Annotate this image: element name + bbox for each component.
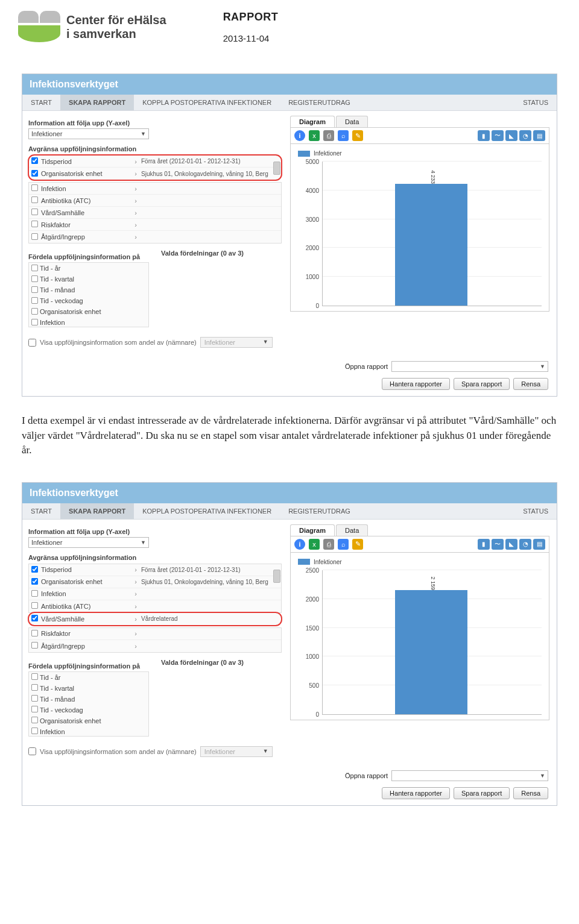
zoom-icon[interactable]: ⌕: [338, 539, 349, 550]
footer-controls: Öppna rapport ▼: [22, 355, 557, 378]
expand-icon[interactable]: ›: [130, 603, 141, 610]
open-report-select[interactable]: ▼: [391, 361, 548, 372]
nav-koppla[interactable]: KOPPLA POSTOPERATIVA INFEKTIONER: [134, 95, 280, 110]
clear-button[interactable]: Rensa: [513, 378, 548, 390]
tab-data[interactable]: Data: [336, 116, 368, 127]
expand-icon[interactable]: ›: [130, 578, 141, 585]
tab-diagram[interactable]: Diagram: [290, 524, 335, 536]
filter-tidsperiod-label: Tidsperiod: [40, 566, 130, 573]
chart-line-icon[interactable]: 〜: [492, 130, 504, 141]
checkbox-infektion[interactable]: [29, 589, 40, 599]
bar-infektioner: 2 159: [395, 590, 467, 714]
scrollbar-thumb[interactable]: [273, 162, 280, 175]
filter-riskfaktor-label: Riskfaktor: [40, 630, 130, 637]
save-report-button[interactable]: Spara rapport: [454, 787, 510, 799]
fordela-list[interactable]: Tid - år Tid - kvartal Tid - månad Tid -…: [28, 262, 149, 327]
expand-icon[interactable]: ›: [130, 170, 141, 177]
checkbox-orgenhet[interactable]: [29, 169, 40, 178]
expand-icon[interactable]: ›: [130, 185, 141, 192]
nav-status[interactable]: STATUS: [514, 503, 557, 519]
chevron-down-icon: ▼: [141, 539, 146, 545]
checkbox-atgard[interactable]: [29, 641, 40, 650]
nav-bar: START SKAPA RAPPORT KOPPLA POSTOPERATIVA…: [22, 95, 557, 111]
manage-reports-button[interactable]: Hantera rapporter: [382, 787, 450, 799]
fordela-list[interactable]: Tid - år Tid - kvartal Tid - månad Tid -…: [28, 671, 149, 737]
checkbox-infektion[interactable]: [29, 184, 40, 193]
nav-bar: START SKAPA RAPPORT KOPPLA POSTOPERATIVA…: [22, 503, 557, 520]
chart-area-icon[interactable]: ◣: [505, 539, 517, 550]
checkbox-tidsperiod[interactable]: [29, 565, 40, 574]
scrollbar-thumb[interactable]: [273, 570, 280, 583]
clear-button[interactable]: Rensa: [513, 787, 548, 799]
checkbox-riskfaktor[interactable]: [29, 220, 40, 229]
fordela-tid-kvartal: Tid - kvartal: [40, 685, 74, 692]
chart-area-icon[interactable]: ◣: [505, 130, 517, 141]
checkbox-orgenhet[interactable]: [29, 577, 40, 586]
chart-type-group: ▮ 〜 ◣ ◔ ▤: [478, 130, 545, 141]
app-title: Infektionsverktyget: [22, 74, 557, 95]
chart-line-icon[interactable]: 〜: [492, 539, 504, 550]
ytick: 5000: [299, 159, 319, 165]
zoom-icon[interactable]: ⌕: [338, 130, 349, 141]
ytick: 2000: [299, 596, 319, 602]
checkbox-atgard[interactable]: [29, 233, 40, 242]
chart-pie-icon[interactable]: ◔: [519, 130, 531, 141]
chart-toolbar: i x ⎙ ⌕ ✎ ▮ 〜 ◣ ◔ ▤: [290, 127, 549, 144]
chart-pie-icon[interactable]: ◔: [519, 539, 531, 550]
print-icon[interactable]: ⎙: [323, 130, 334, 141]
andel-value: Infektioner: [204, 748, 235, 755]
checkbox-andel[interactable]: [28, 747, 36, 755]
chart-bar-icon[interactable]: ▮: [478, 539, 490, 550]
checkbox-vardsamhalle[interactable]: [29, 208, 40, 217]
info-icon[interactable]: i: [294, 539, 305, 550]
checkbox-riskfaktor[interactable]: [29, 629, 40, 638]
chart-bar-icon[interactable]: ▮: [478, 130, 490, 141]
expand-icon[interactable]: ›: [130, 643, 141, 650]
ytick: 3000: [299, 216, 319, 222]
filter-list-bottom: Riskfaktor › Åtgärd/Ingrepp ›: [28, 627, 282, 653]
expand-icon[interactable]: ›: [130, 590, 141, 597]
yaxis-select[interactable]: Infektioner ▼: [28, 537, 149, 548]
tab-data[interactable]: Data: [336, 524, 368, 536]
valda-fordelningar-label: Valda fördelningar (0 av 3): [161, 659, 244, 737]
expand-icon[interactable]: ›: [130, 630, 141, 637]
nav-registerutdrag[interactable]: REGISTERUTDRAG: [280, 95, 359, 110]
nav-koppla[interactable]: KOPPLA POSTOPERATIVA INFEKTIONER: [134, 503, 280, 519]
open-report-select[interactable]: ▼: [391, 770, 548, 781]
paint-icon[interactable]: ✎: [352, 130, 363, 141]
nav-skapa-rapport[interactable]: SKAPA RAPPORT: [60, 95, 134, 110]
nav-registerutdrag[interactable]: REGISTERUTDRAG: [280, 503, 359, 519]
chevron-down-icon: ▼: [263, 748, 268, 755]
expand-icon[interactable]: ›: [130, 209, 141, 216]
chart-stacked-icon[interactable]: ▤: [533, 539, 545, 550]
checkbox-vardsamhalle[interactable]: [29, 614, 40, 623]
manage-reports-button[interactable]: Hantera rapporter: [382, 378, 450, 390]
expand-icon[interactable]: ›: [130, 615, 141, 623]
nav-start[interactable]: START: [22, 95, 60, 110]
excel-icon[interactable]: x: [309, 130, 320, 141]
expand-icon[interactable]: ›: [130, 233, 141, 240]
print-icon[interactable]: ⎙: [323, 539, 334, 550]
nav-start[interactable]: START: [22, 503, 60, 519]
excel-icon[interactable]: x: [309, 539, 320, 550]
app-screenshot-1: Infektionsverktyget START SKAPA RAPPORT …: [22, 74, 557, 397]
expand-icon[interactable]: ›: [130, 158, 141, 165]
nav-skapa-rapport[interactable]: SKAPA RAPPORT: [60, 503, 134, 519]
checkbox-antibiotika[interactable]: [29, 196, 40, 205]
chart-stacked-icon[interactable]: ▤: [533, 130, 545, 141]
save-report-button[interactable]: Spara rapport: [454, 378, 510, 390]
expand-icon[interactable]: ›: [130, 221, 141, 228]
expand-icon[interactable]: ›: [130, 566, 141, 573]
filter-section-label: Avgränsa uppföljningsinformation: [28, 554, 282, 561]
legend-label: Infektioner: [314, 150, 342, 157]
yaxis-select[interactable]: Infektioner ▼: [28, 128, 149, 139]
checkbox-antibiotika[interactable]: [29, 602, 40, 611]
nav-status[interactable]: STATUS: [514, 95, 557, 110]
info-icon[interactable]: i: [294, 130, 305, 141]
expand-icon[interactable]: ›: [130, 197, 141, 204]
tab-diagram[interactable]: Diagram: [290, 116, 335, 127]
fordela-infektion: Infektion: [40, 319, 65, 326]
paint-icon[interactable]: ✎: [352, 539, 363, 550]
checkbox-tidsperiod[interactable]: [29, 157, 40, 166]
checkbox-andel[interactable]: [28, 339, 36, 347]
